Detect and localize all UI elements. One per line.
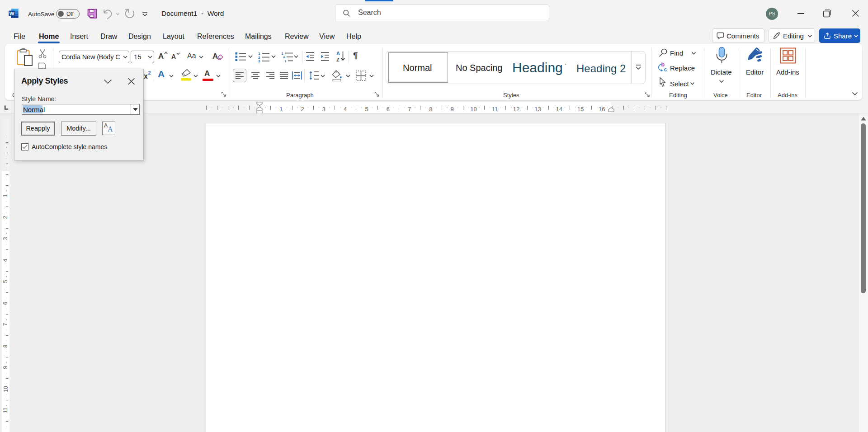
svg-text:3: 3: [258, 59, 260, 62]
svg-text:c: c: [664, 66, 667, 72]
svg-text:A: A: [336, 51, 340, 56]
svg-text:i: i: [285, 59, 286, 63]
svg-text:Z: Z: [336, 57, 340, 62]
svg-text:W: W: [9, 11, 14, 16]
